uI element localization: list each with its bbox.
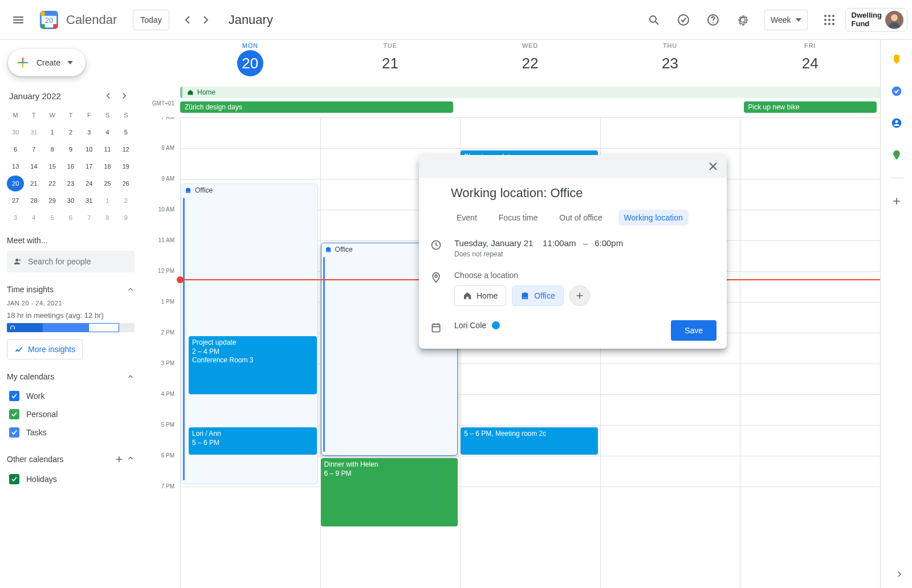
popup-repeat[interactable]: Does not repeat — [454, 250, 623, 258]
mini-day[interactable]: 17 — [80, 158, 97, 174]
mini-day[interactable]: 2 — [117, 193, 135, 209]
mini-day[interactable]: 18 — [99, 158, 116, 174]
popup-tab[interactable]: Focus time — [493, 210, 543, 226]
mini-day[interactable]: 27 — [7, 193, 24, 209]
mini-day[interactable]: 31 — [25, 124, 42, 140]
mini-day[interactable]: 4 — [25, 210, 42, 226]
calendar-item-holidays[interactable]: Holidays — [7, 470, 135, 488]
mini-day[interactable]: 30 — [62, 193, 79, 209]
maps-button[interactable] — [885, 144, 908, 166]
contacts-button[interactable] — [885, 112, 908, 134]
allday-event-zurich[interactable]: Zürich design days — [180, 101, 453, 113]
support-button[interactable] — [699, 6, 727, 34]
account-chip[interactable]: Dwelling Fund — [845, 8, 907, 32]
mini-day[interactable]: 3 — [80, 124, 97, 140]
mini-day[interactable]: 16 — [62, 158, 79, 174]
popup-tab[interactable]: Event — [451, 210, 483, 226]
main-menu-button[interactable] — [5, 6, 32, 34]
mini-day[interactable]: 23 — [62, 175, 79, 191]
close-popup-button[interactable] — [703, 156, 723, 177]
day-header-cell[interactable]: THU23 — [600, 40, 740, 85]
mini-day[interactable]: 28 — [25, 193, 42, 209]
day-header-cell[interactable]: TUE21 — [320, 40, 461, 85]
event-meeting-room[interactable]: 5 – 6 PM, Meeting room 2c — [461, 427, 598, 455]
event-dinner[interactable]: Dinner with Helen 6 – 9 PM — [321, 458, 458, 526]
mini-day[interactable]: 12 — [117, 141, 135, 157]
location-option-office[interactable]: Office — [512, 285, 563, 306]
event-title: Lori / Ann — [192, 430, 314, 439]
mini-day[interactable]: 24 — [80, 175, 97, 191]
popup-calendar-selector[interactable]: Lori Cole — [454, 321, 500, 330]
search-people-input[interactable] — [28, 257, 128, 266]
tasks-header-button[interactable] — [670, 6, 697, 34]
other-calendars-header[interactable]: Other calendars — [7, 454, 135, 464]
day-column-fri[interactable] — [740, 117, 880, 588]
mini-day[interactable]: 5 — [44, 210, 61, 226]
day-header-cell[interactable]: WED22 — [460, 40, 600, 85]
keep-button[interactable] — [885, 48, 908, 71]
mini-day[interactable]: 22 — [44, 175, 61, 191]
mini-day[interactable]: 7 — [80, 210, 97, 226]
mini-day[interactable]: 30 — [7, 124, 24, 140]
day-header-cell[interactable]: MON20 — [180, 40, 320, 85]
calendar-item[interactable]: Tasks — [7, 423, 135, 442]
mini-day[interactable]: 29 — [44, 193, 61, 209]
settings-button[interactable] — [729, 6, 756, 34]
mini-day[interactable]: 6 — [7, 141, 24, 157]
mini-day[interactable]: 6 — [62, 210, 79, 226]
tasks-button[interactable] — [885, 80, 908, 103]
allday-home-chip[interactable]: Home — [180, 87, 880, 98]
mini-day[interactable]: 4 — [99, 124, 116, 140]
save-button[interactable]: Save — [671, 320, 716, 341]
get-addons-button[interactable] — [885, 190, 908, 213]
calendar-item[interactable]: Work — [7, 387, 135, 405]
plus-icon[interactable] — [114, 454, 124, 464]
mini-day[interactable]: 19 — [117, 158, 135, 174]
popup-tab[interactable]: Out of office — [553, 210, 608, 226]
mini-day[interactable]: 1 — [99, 193, 116, 209]
mini-day[interactable]: 2 — [62, 124, 79, 140]
mini-day[interactable]: 3 — [7, 210, 24, 226]
mini-day[interactable]: 15 — [44, 158, 61, 174]
location-option-home[interactable]: Home — [454, 285, 506, 306]
mini-day[interactable]: 13 — [7, 158, 24, 174]
calendar-item[interactable]: Personal — [7, 405, 135, 423]
mini-day[interactable]: 8 — [99, 210, 116, 226]
popup-datetime[interactable]: Tuesday, January 21 11:00am – 6:00pm — [454, 238, 623, 248]
mini-day[interactable]: 31 — [80, 193, 97, 209]
mini-day[interactable]: 8 — [44, 141, 61, 157]
mini-day[interactable]: 10 — [80, 141, 97, 157]
prev-period-button[interactable] — [178, 11, 197, 29]
mini-day[interactable]: 9 — [62, 141, 79, 157]
day-header-cell[interactable]: FRI24 — [740, 40, 880, 85]
time-insights-header[interactable]: Time insights — [7, 285, 135, 294]
add-location-button[interactable] — [569, 285, 590, 306]
search-people-field[interactable] — [7, 251, 135, 272]
mini-day[interactable]: 26 — [117, 175, 135, 191]
mini-day[interactable]: 5 — [117, 124, 135, 140]
event-project-update[interactable]: Project update 2 – 4 PM Conference Room … — [189, 336, 317, 394]
mini-day[interactable]: 11 — [99, 141, 116, 157]
mini-day[interactable]: 7 — [25, 141, 42, 157]
my-calendars-header[interactable]: My calendars — [7, 372, 135, 381]
mini-day[interactable]: 21 — [25, 175, 42, 191]
hide-side-panel-button[interactable] — [890, 565, 909, 583]
more-insights-button[interactable]: More insights — [7, 339, 83, 360]
popup-tab[interactable]: Working location — [618, 210, 689, 226]
allday-event-pickup[interactable]: Pick up new bike — [744, 101, 877, 113]
mini-next-button[interactable] — [116, 88, 132, 104]
event-lori-ann[interactable]: Lori / Ann 5 – 6 PM — [189, 427, 317, 455]
create-button[interactable]: Create — [8, 49, 85, 76]
mini-day[interactable]: 25 — [99, 175, 116, 191]
next-period-button[interactable] — [197, 11, 215, 29]
search-button[interactable] — [640, 6, 667, 34]
mini-day[interactable]: 9 — [117, 210, 135, 226]
day-column-mon[interactable]: Office Project update 2 – 4 PM Conferenc… — [180, 117, 320, 588]
google-apps-button[interactable] — [816, 6, 843, 34]
mini-day[interactable]: 20 — [7, 175, 24, 191]
mini-prev-button[interactable] — [100, 88, 116, 104]
view-switcher[interactable]: Week — [764, 10, 808, 30]
mini-day[interactable]: 14 — [25, 158, 42, 174]
mini-day[interactable]: 1 — [44, 124, 61, 140]
today-button[interactable]: Today — [133, 10, 169, 30]
